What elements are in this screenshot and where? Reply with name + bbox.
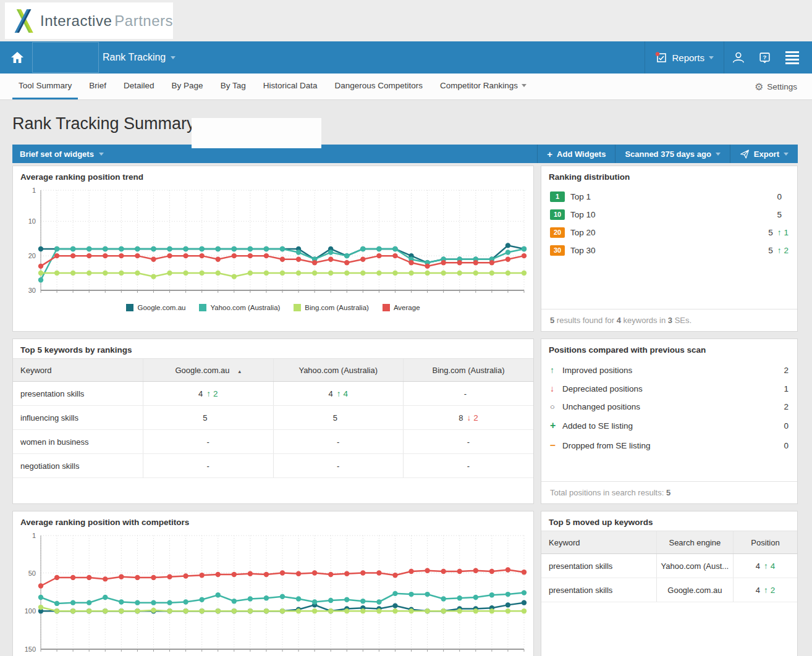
column-header-search-engine[interactable]: Search engine bbox=[656, 531, 733, 554]
tab-dangerous-competitors[interactable]: Dangerous Competitors bbox=[328, 74, 429, 99]
rank-cell: - bbox=[143, 430, 274, 454]
arrow-up-icon bbox=[777, 246, 782, 255]
arrow-icon bbox=[337, 389, 341, 398]
reports-button[interactable]: Reports bbox=[645, 41, 724, 74]
change-indicator: 4 bbox=[764, 561, 775, 571]
svg-text:50: 50 bbox=[28, 570, 36, 577]
svg-text:1: 1 bbox=[32, 187, 36, 194]
legend-item[interactable]: Google.com.au bbox=[126, 304, 185, 311]
chevron-down-icon bbox=[784, 153, 789, 156]
column-header-keyword[interactable]: Keyword bbox=[541, 531, 656, 554]
tab-by-page[interactable]: By Page bbox=[166, 74, 209, 99]
distribution-label: Top 10 bbox=[570, 210, 596, 219]
home-icon bbox=[11, 51, 24, 64]
home-button[interactable] bbox=[0, 51, 35, 64]
nav-right: Reports ? bbox=[645, 41, 812, 74]
keyword-cell: negotiation skills bbox=[13, 454, 143, 478]
distribution-label: Top 30 bbox=[570, 246, 596, 255]
widget-ranking-trend: Average ranking position trend 1102030 G… bbox=[12, 166, 534, 332]
help-button[interactable]: ? bbox=[751, 41, 779, 74]
legend-swatch-icon bbox=[383, 304, 390, 311]
distribution-row: 1 Top 1 0 bbox=[541, 188, 797, 206]
positions-row: + Added to SE listing 0 bbox=[541, 416, 797, 435]
distribution-value: 0 bbox=[777, 192, 782, 201]
widget-title: Top 5 keywords by rankings bbox=[13, 339, 533, 358]
main-nav: Rank Tracking Reports bbox=[0, 41, 812, 74]
competitors-chart: 150100150 bbox=[19, 531, 528, 656]
footer-text: results found for bbox=[554, 316, 616, 325]
help-icon: ? bbox=[758, 51, 772, 64]
positions-label: Dropped from SE listing bbox=[562, 441, 651, 450]
gear-icon: ⚙ bbox=[755, 81, 763, 93]
tab-brief[interactable]: Brief bbox=[83, 74, 112, 99]
positions-footer: Total positions in search results: 5 bbox=[541, 481, 797, 503]
footer-count: 5 bbox=[666, 488, 670, 497]
logo-mark-icon bbox=[14, 6, 34, 36]
scan-date-dropdown[interactable]: Scanned 375 days ago bbox=[615, 145, 729, 163]
engine-cell: Google.com.au bbox=[656, 578, 733, 602]
settings-button[interactable]: ⚙ Settings bbox=[755, 74, 797, 99]
widget-set-dropdown[interactable]: Brief set of widgets bbox=[12, 149, 111, 159]
redacted-box bbox=[32, 42, 99, 73]
legend-label: Bing.com (Australia) bbox=[305, 304, 369, 311]
widget-toolbar: Brief set of widgets + Add Widgets Scann… bbox=[12, 145, 798, 163]
legend-item[interactable]: Bing.com (Australia) bbox=[294, 304, 369, 311]
rank-badge: 1 bbox=[550, 191, 565, 202]
profile-button[interactable] bbox=[724, 41, 751, 74]
section-dropdown[interactable]: Rank Tracking bbox=[103, 52, 176, 63]
distribution-value: 5 bbox=[768, 246, 773, 255]
rank-cell: 5 bbox=[143, 406, 274, 430]
positions-value: 0 bbox=[784, 421, 789, 431]
rank-badge: 30 bbox=[550, 245, 565, 256]
add-widgets-button[interactable]: + Add Widgets bbox=[537, 145, 615, 163]
export-button[interactable]: Export bbox=[730, 145, 798, 163]
plus-icon: + bbox=[547, 149, 552, 159]
column-header-yahoo[interactable]: Yahoo.com (Australia) bbox=[273, 359, 404, 382]
redacted-box bbox=[192, 118, 321, 148]
logo[interactable]: InteractivePartners bbox=[5, 2, 173, 39]
tab-label: By Tag bbox=[221, 81, 246, 90]
change-indicator: 2 bbox=[777, 246, 789, 255]
menu-button[interactable] bbox=[779, 41, 806, 74]
widget-ranking-distribution: Ranking distribution 1 Top 1 0 10 Top 10… bbox=[541, 166, 798, 332]
tab-tool-summary[interactable]: Tool Summary bbox=[12, 74, 78, 99]
chevron-down-icon bbox=[99, 153, 104, 156]
widget-title: Average ranking position trend bbox=[13, 166, 533, 185]
footer-count: 3 bbox=[668, 316, 672, 325]
table-row: presentation skills Yahoo.com (Aust... 4… bbox=[541, 554, 797, 578]
tab-detailed[interactable]: Detailed bbox=[117, 74, 161, 99]
column-header-keyword[interactable]: Keyword bbox=[13, 359, 143, 382]
distribution-value: 5 bbox=[777, 210, 782, 219]
positions-label: Unchanged positions bbox=[562, 402, 640, 411]
positions-label: Improved positions bbox=[562, 366, 632, 375]
scan-date-label: Scanned 375 days ago bbox=[625, 149, 711, 159]
column-header-bing[interactable]: Bing.com (Australia) bbox=[404, 359, 534, 382]
svg-text:20: 20 bbox=[28, 252, 36, 259]
distribution-footer: 5 results found for 4 keywords in 3 SEs. bbox=[541, 309, 797, 331]
change-indicator: 1 bbox=[777, 228, 789, 237]
tab-historical-data[interactable]: Historical Data bbox=[257, 74, 324, 99]
engine-cell: Yahoo.com (Aust... bbox=[656, 554, 733, 578]
tab-competitor-rankings[interactable]: Competitor Rankings bbox=[434, 74, 533, 99]
table-header-row: Keyword Search engine Position bbox=[541, 531, 797, 554]
sort-asc-icon: ▴ bbox=[239, 368, 242, 374]
rank-badge: 20 bbox=[550, 227, 565, 238]
chevron-down-icon bbox=[171, 56, 176, 59]
legend-item[interactable]: Average bbox=[383, 304, 420, 311]
column-header-position[interactable]: Position bbox=[733, 531, 797, 554]
tab-label: By Page bbox=[172, 81, 203, 90]
widget-title: Average ranking position with competitor… bbox=[13, 511, 533, 531]
column-header-google[interactable]: Google.com.au▴ bbox=[143, 359, 274, 382]
tab-by-tag[interactable]: By Tag bbox=[214, 74, 252, 99]
tab-label: Brief bbox=[89, 81, 106, 90]
svg-text:10: 10 bbox=[28, 217, 36, 225]
minus-icon: – bbox=[550, 440, 562, 451]
positions-value: 0 bbox=[784, 441, 789, 450]
arrow-up-icon bbox=[764, 561, 768, 571]
app-root: InteractivePartners Rank Tracking Report… bbox=[0, 0, 812, 656]
moved-up-table: Keyword Search engine Position presentat… bbox=[541, 531, 797, 602]
svg-text:30: 30 bbox=[28, 287, 36, 294]
footer-text: keywords in bbox=[621, 316, 668, 325]
legend-item[interactable]: Yahoo.com (Australia) bbox=[199, 304, 280, 311]
settings-label: Settings bbox=[767, 82, 797, 91]
